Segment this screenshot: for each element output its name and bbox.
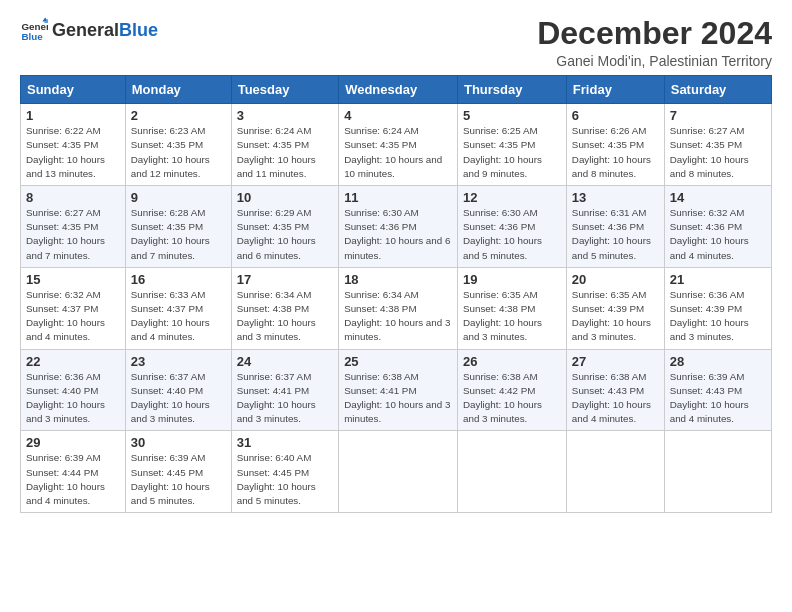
day-number: 3 (237, 108, 333, 123)
day-number: 19 (463, 272, 561, 287)
day-number: 30 (131, 435, 226, 450)
day-number: 25 (344, 354, 452, 369)
day-info: Sunrise: 6:29 AMSunset: 4:35 PMDaylight:… (237, 206, 333, 263)
day-number: 26 (463, 354, 561, 369)
day-number: 9 (131, 190, 226, 205)
calendar-cell: 29Sunrise: 6:39 AMSunset: 4:44 PMDayligh… (21, 431, 126, 513)
day-info: Sunrise: 6:37 AMSunset: 4:41 PMDaylight:… (237, 370, 333, 427)
day-number: 21 (670, 272, 766, 287)
day-info: Sunrise: 6:39 AMSunset: 4:45 PMDaylight:… (131, 451, 226, 508)
day-info: Sunrise: 6:36 AMSunset: 4:39 PMDaylight:… (670, 288, 766, 345)
calendar-cell: 6Sunrise: 6:26 AMSunset: 4:35 PMDaylight… (566, 104, 664, 186)
day-info: Sunrise: 6:33 AMSunset: 4:37 PMDaylight:… (131, 288, 226, 345)
calendar-cell: 19Sunrise: 6:35 AMSunset: 4:38 PMDayligh… (457, 267, 566, 349)
calendar-cell (339, 431, 458, 513)
calendar-cell: 18Sunrise: 6:34 AMSunset: 4:38 PMDayligh… (339, 267, 458, 349)
calendar-week-row: 29Sunrise: 6:39 AMSunset: 4:44 PMDayligh… (21, 431, 772, 513)
day-info: Sunrise: 6:25 AMSunset: 4:35 PMDaylight:… (463, 124, 561, 181)
day-info: Sunrise: 6:35 AMSunset: 4:39 PMDaylight:… (572, 288, 659, 345)
day-number: 31 (237, 435, 333, 450)
day-info: Sunrise: 6:27 AMSunset: 4:35 PMDaylight:… (670, 124, 766, 181)
calendar-cell: 12Sunrise: 6:30 AMSunset: 4:36 PMDayligh… (457, 186, 566, 268)
calendar-cell: 13Sunrise: 6:31 AMSunset: 4:36 PMDayligh… (566, 186, 664, 268)
calendar-cell: 16Sunrise: 6:33 AMSunset: 4:37 PMDayligh… (125, 267, 231, 349)
title-area: December 2024 Ganei Modi'in, Palestinian… (537, 16, 772, 69)
logo-blue-text: Blue (119, 20, 158, 41)
calendar-cell: 30Sunrise: 6:39 AMSunset: 4:45 PMDayligh… (125, 431, 231, 513)
calendar-cell: 4Sunrise: 6:24 AMSunset: 4:35 PMDaylight… (339, 104, 458, 186)
calendar-cell: 23Sunrise: 6:37 AMSunset: 4:40 PMDayligh… (125, 349, 231, 431)
day-number: 5 (463, 108, 561, 123)
day-info: Sunrise: 6:40 AMSunset: 4:45 PMDaylight:… (237, 451, 333, 508)
day-info: Sunrise: 6:24 AMSunset: 4:35 PMDaylight:… (237, 124, 333, 181)
calendar-cell: 31Sunrise: 6:40 AMSunset: 4:45 PMDayligh… (231, 431, 338, 513)
header-friday: Friday (566, 76, 664, 104)
day-info: Sunrise: 6:37 AMSunset: 4:40 PMDaylight:… (131, 370, 226, 427)
day-number: 16 (131, 272, 226, 287)
day-number: 12 (463, 190, 561, 205)
day-number: 6 (572, 108, 659, 123)
calendar-cell: 9Sunrise: 6:28 AMSunset: 4:35 PMDaylight… (125, 186, 231, 268)
day-number: 28 (670, 354, 766, 369)
day-info: Sunrise: 6:32 AMSunset: 4:37 PMDaylight:… (26, 288, 120, 345)
calendar-cell (664, 431, 771, 513)
day-number: 4 (344, 108, 452, 123)
day-number: 11 (344, 190, 452, 205)
day-info: Sunrise: 6:24 AMSunset: 4:35 PMDaylight:… (344, 124, 452, 181)
day-info: Sunrise: 6:34 AMSunset: 4:38 PMDaylight:… (237, 288, 333, 345)
header-wednesday: Wednesday (339, 76, 458, 104)
day-number: 15 (26, 272, 120, 287)
calendar-cell: 28Sunrise: 6:39 AMSunset: 4:43 PMDayligh… (664, 349, 771, 431)
calendar-week-row: 1Sunrise: 6:22 AMSunset: 4:35 PMDaylight… (21, 104, 772, 186)
day-number: 14 (670, 190, 766, 205)
calendar-cell: 15Sunrise: 6:32 AMSunset: 4:37 PMDayligh… (21, 267, 126, 349)
calendar-cell: 27Sunrise: 6:38 AMSunset: 4:43 PMDayligh… (566, 349, 664, 431)
calendar-cell (457, 431, 566, 513)
calendar-header-row: SundayMondayTuesdayWednesdayThursdayFrid… (21, 76, 772, 104)
calendar-cell: 21Sunrise: 6:36 AMSunset: 4:39 PMDayligh… (664, 267, 771, 349)
day-number: 27 (572, 354, 659, 369)
logo-icon: General Blue (20, 16, 48, 44)
day-number: 10 (237, 190, 333, 205)
day-info: Sunrise: 6:27 AMSunset: 4:35 PMDaylight:… (26, 206, 120, 263)
header-monday: Monday (125, 76, 231, 104)
calendar-cell: 2Sunrise: 6:23 AMSunset: 4:35 PMDaylight… (125, 104, 231, 186)
calendar-cell: 8Sunrise: 6:27 AMSunset: 4:35 PMDaylight… (21, 186, 126, 268)
header-saturday: Saturday (664, 76, 771, 104)
day-info: Sunrise: 6:22 AMSunset: 4:35 PMDaylight:… (26, 124, 120, 181)
calendar-cell: 1Sunrise: 6:22 AMSunset: 4:35 PMDaylight… (21, 104, 126, 186)
header-sunday: Sunday (21, 76, 126, 104)
calendar-cell (566, 431, 664, 513)
day-info: Sunrise: 6:36 AMSunset: 4:40 PMDaylight:… (26, 370, 120, 427)
header-thursday: Thursday (457, 76, 566, 104)
calendar-week-row: 15Sunrise: 6:32 AMSunset: 4:37 PMDayligh… (21, 267, 772, 349)
calendar-cell: 7Sunrise: 6:27 AMSunset: 4:35 PMDaylight… (664, 104, 771, 186)
calendar-cell: 25Sunrise: 6:38 AMSunset: 4:41 PMDayligh… (339, 349, 458, 431)
day-info: Sunrise: 6:23 AMSunset: 4:35 PMDaylight:… (131, 124, 226, 181)
calendar-week-row: 8Sunrise: 6:27 AMSunset: 4:35 PMDaylight… (21, 186, 772, 268)
calendar-cell: 24Sunrise: 6:37 AMSunset: 4:41 PMDayligh… (231, 349, 338, 431)
calendar-cell: 26Sunrise: 6:38 AMSunset: 4:42 PMDayligh… (457, 349, 566, 431)
day-number: 22 (26, 354, 120, 369)
calendar-cell: 14Sunrise: 6:32 AMSunset: 4:36 PMDayligh… (664, 186, 771, 268)
calendar-cell: 5Sunrise: 6:25 AMSunset: 4:35 PMDaylight… (457, 104, 566, 186)
day-number: 8 (26, 190, 120, 205)
day-info: Sunrise: 6:26 AMSunset: 4:35 PMDaylight:… (572, 124, 659, 181)
day-info: Sunrise: 6:35 AMSunset: 4:38 PMDaylight:… (463, 288, 561, 345)
day-info: Sunrise: 6:39 AMSunset: 4:43 PMDaylight:… (670, 370, 766, 427)
calendar-cell: 20Sunrise: 6:35 AMSunset: 4:39 PMDayligh… (566, 267, 664, 349)
day-info: Sunrise: 6:34 AMSunset: 4:38 PMDaylight:… (344, 288, 452, 345)
subtitle: Ganei Modi'in, Palestinian Territory (537, 53, 772, 69)
calendar-cell: 10Sunrise: 6:29 AMSunset: 4:35 PMDayligh… (231, 186, 338, 268)
day-info: Sunrise: 6:38 AMSunset: 4:41 PMDaylight:… (344, 370, 452, 427)
calendar-cell: 11Sunrise: 6:30 AMSunset: 4:36 PMDayligh… (339, 186, 458, 268)
calendar-cell: 17Sunrise: 6:34 AMSunset: 4:38 PMDayligh… (231, 267, 338, 349)
day-info: Sunrise: 6:32 AMSunset: 4:36 PMDaylight:… (670, 206, 766, 263)
svg-text:Blue: Blue (21, 31, 43, 42)
day-info: Sunrise: 6:30 AMSunset: 4:36 PMDaylight:… (344, 206, 452, 263)
day-info: Sunrise: 6:31 AMSunset: 4:36 PMDaylight:… (572, 206, 659, 263)
day-number: 7 (670, 108, 766, 123)
day-info: Sunrise: 6:30 AMSunset: 4:36 PMDaylight:… (463, 206, 561, 263)
main-title: December 2024 (537, 16, 772, 51)
day-number: 29 (26, 435, 120, 450)
